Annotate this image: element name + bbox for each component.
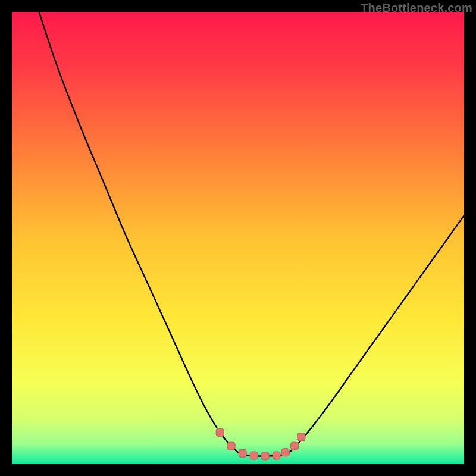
- watermark-text: TheBottleneck.com: [361, 1, 472, 15]
- curve-marker: [281, 449, 289, 456]
- curve-marker: [298, 433, 305, 441]
- chart-frame: TheBottleneck.com: [0, 0, 476, 476]
- curve-marker: [239, 449, 246, 457]
- bottleneck-chart: [12, 12, 464, 464]
- plot-area: [12, 12, 464, 464]
- curve-marker: [250, 452, 258, 459]
- curve-marker: [291, 442, 299, 450]
- curve-marker: [216, 428, 224, 436]
- gradient-background: [12, 12, 464, 464]
- curve-marker: [261, 452, 269, 460]
- curve-marker: [273, 452, 280, 459]
- curve-marker: [227, 442, 235, 450]
